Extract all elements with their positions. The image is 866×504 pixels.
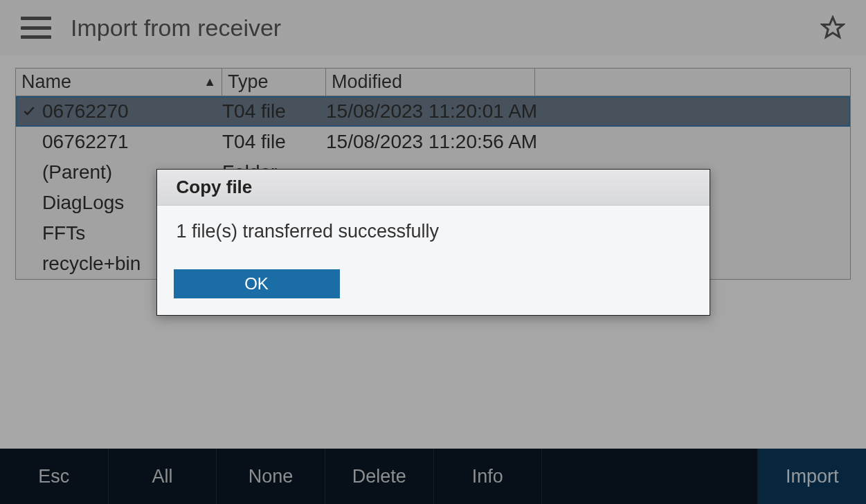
copy-file-dialog: Copy file 1 file(s) transferred successf… [156, 169, 710, 316]
dialog-message: 1 file(s) transferred successfully [157, 206, 710, 261]
dialog-title: Copy file [157, 170, 710, 206]
ok-button[interactable]: OK [174, 269, 340, 298]
dialog-actions: OK [157, 261, 710, 315]
modal-overlay: Copy file 1 file(s) transferred successf… [0, 0, 866, 504]
